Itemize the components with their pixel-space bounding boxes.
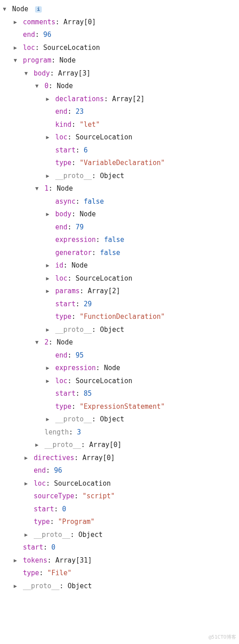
expand-arrow-closed[interactable]: ▶ <box>45 209 50 219</box>
prop-value: "VariableDeclaration" <box>80 159 165 167</box>
tree-row[interactable]: end: 23 <box>2 105 237 118</box>
prop-key: type <box>55 159 71 167</box>
tree-row[interactable]: ▶ loc: SourceLocation <box>2 477 237 490</box>
prop-key: tokens <box>23 556 47 564</box>
expand-arrow-open[interactable]: ▼ <box>13 55 18 66</box>
expand-arrow-closed[interactable]: ▶ <box>45 325 50 335</box>
prop-key: body <box>55 210 71 218</box>
tree-row[interactable]: type: "FunctionDeclaration" <box>2 310 237 323</box>
tree-row[interactable]: type: "VariableDeclaration" <box>2 157 237 170</box>
prop-value: Object <box>78 531 102 539</box>
prop-key: type <box>55 402 71 411</box>
prop-key: directives <box>34 454 74 462</box>
expand-arrow-open[interactable]: ▼ <box>34 81 40 91</box>
expand-arrow-closed[interactable]: ▶ <box>45 376 50 386</box>
tree-row[interactable]: ▶ expression: Node <box>2 362 237 375</box>
tree-row[interactable]: ▶ directives: Array[0] <box>2 452 237 465</box>
expand-arrow-closed[interactable]: ▶ <box>45 363 50 373</box>
tree-row[interactable]: ▶ loc: SourceLocation <box>2 41 237 54</box>
tree-row[interactable]: async: false <box>2 195 237 208</box>
tree-row[interactable]: ▶ loc: SourceLocation <box>2 131 237 144</box>
tree-row[interactable]: start: 85 <box>2 387 237 400</box>
tree-row[interactable]: end: 96 <box>2 28 237 41</box>
tree-row[interactable]: ▼ body: Array[3] <box>2 67 237 80</box>
expand-arrow-closed[interactable]: ▶ <box>45 132 50 143</box>
expand-arrow-closed[interactable]: ▶ <box>13 17 18 27</box>
tree-row[interactable]: ▶ __proto__: Object <box>2 413 237 426</box>
prop-value: Array[2] <box>88 287 120 295</box>
expand-arrow-closed[interactable]: ▶ <box>23 530 29 540</box>
tree-row[interactable]: ▶ body: Node <box>2 208 237 221</box>
tree-row-root[interactable]: ▼ Node i <box>2 3 237 16</box>
prop-key: loc <box>23 44 35 52</box>
prop-value: Node <box>57 82 73 90</box>
expand-arrow-closed[interactable]: ▶ <box>45 94 50 104</box>
prop-key: end <box>55 107 67 116</box>
expand-arrow-open[interactable]: ▼ <box>23 68 29 79</box>
prop-key: async <box>55 197 75 206</box>
tree-row[interactable]: ▶ __proto__: Object <box>2 528 237 541</box>
tree-row[interactable]: start: 0 <box>2 541 237 554</box>
expand-arrow-open[interactable]: ▼ <box>34 337 40 348</box>
tree-row[interactable]: ▶ id: Node <box>2 259 237 272</box>
prop-value: 23 <box>75 107 84 116</box>
prop-key: expression <box>55 236 96 244</box>
expand-arrow-closed[interactable]: ▶ <box>45 286 50 296</box>
prop-value: Array[0] <box>89 441 121 449</box>
tree-row[interactable]: kind: "let" <box>2 118 237 131</box>
tree-row[interactable]: end: 95 <box>2 349 237 362</box>
tree-row[interactable]: ▼ 1: Node <box>2 182 237 195</box>
expand-arrow-closed[interactable]: ▶ <box>45 273 50 284</box>
tree-row[interactable]: ▶ __proto__: Object <box>2 170 237 183</box>
tree-row[interactable]: ▶ tokens: Array[31] <box>2 554 237 567</box>
tree-row[interactable]: ▶ loc: SourceLocation <box>2 272 237 285</box>
tree-row[interactable]: start: 29 <box>2 298 237 311</box>
tree-row[interactable]: expression: false <box>2 233 237 246</box>
expand-arrow-closed[interactable]: ▶ <box>45 260 50 271</box>
prop-value: Node <box>80 210 96 218</box>
prop-key: id <box>55 261 63 269</box>
tree-row[interactable]: start: 6 <box>2 144 237 157</box>
tree-row[interactable]: ▶ params: Array[2] <box>2 285 237 298</box>
tree-row[interactable]: ▶ comments: Array[0] <box>2 16 237 29</box>
prop-value: 79 <box>75 223 84 231</box>
tree-row[interactable]: start: 0 <box>2 503 237 516</box>
tree-row[interactable]: end: 96 <box>2 464 237 477</box>
prop-key: type <box>55 313 71 321</box>
expand-arrow-closed[interactable]: ▶ <box>45 171 50 181</box>
prop-key: start <box>55 389 75 398</box>
prop-value: Node <box>104 364 120 372</box>
tree-row[interactable]: type: "Program" <box>2 515 237 528</box>
expand-arrow-closed[interactable]: ▶ <box>45 414 50 425</box>
tree-row[interactable]: ▼ 0: Node <box>2 80 237 93</box>
expand-arrow-closed[interactable]: ▶ <box>23 453 29 463</box>
tree-row[interactable]: type: "ExpressionStatement" <box>2 400 237 413</box>
prop-value: "Program" <box>58 518 94 526</box>
expand-arrow-closed[interactable]: ▶ <box>34 440 40 450</box>
tree-row[interactable]: end: 79 <box>2 221 237 234</box>
tree-row[interactable]: length: 3 <box>2 426 237 439</box>
expand-arrow-closed[interactable]: ▶ <box>13 43 18 53</box>
tree-row[interactable]: ▶ __proto__: Array[0] <box>2 438 237 452</box>
tree-row[interactable]: ▼ 2: Node <box>2 336 237 349</box>
prop-value: Object <box>100 415 124 423</box>
tree-row[interactable]: ▶ loc: SourceLocation <box>2 375 237 388</box>
expand-arrow-closed[interactable]: ▶ <box>23 479 29 489</box>
prop-value: 3 <box>77 428 81 436</box>
prop-key: declarations <box>55 95 104 103</box>
tree-row[interactable]: ▶ __proto__: Object <box>2 323 237 336</box>
expand-arrow-open[interactable]: ▼ <box>2 4 7 14</box>
expand-arrow-closed[interactable]: ▶ <box>13 555 18 566</box>
tree-row[interactable]: ▼ program: Node <box>2 54 237 67</box>
prop-value: Array[0] <box>82 454 115 462</box>
prop-value: SourceLocation <box>75 133 132 141</box>
tree-row[interactable]: sourceType: "script" <box>2 490 237 503</box>
tree-row[interactable]: ▶ __proto__: Object <box>2 580 237 593</box>
expand-arrow-open[interactable]: ▼ <box>34 183 40 194</box>
tree-row[interactable]: generator: false <box>2 246 237 259</box>
prop-key: loc <box>55 274 67 282</box>
tree-row[interactable]: type: "File" <box>2 567 237 580</box>
info-badge-icon[interactable]: i <box>35 6 42 13</box>
tree-row[interactable]: ▶ declarations: Array[2] <box>2 93 237 106</box>
expand-arrow-closed[interactable]: ▶ <box>13 581 18 591</box>
